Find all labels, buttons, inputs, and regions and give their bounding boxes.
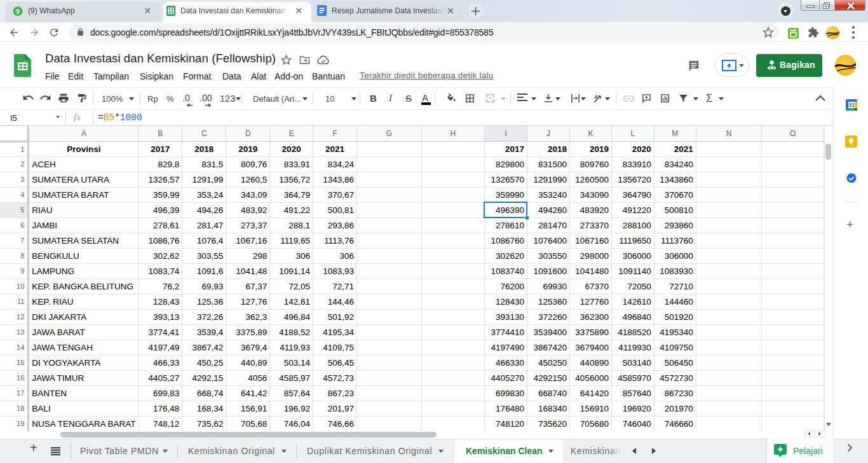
svg-text:A: A <box>594 94 598 100</box>
svg-text:9: 9 <box>16 8 20 15</box>
svg-text:31: 31 <box>848 102 855 108</box>
